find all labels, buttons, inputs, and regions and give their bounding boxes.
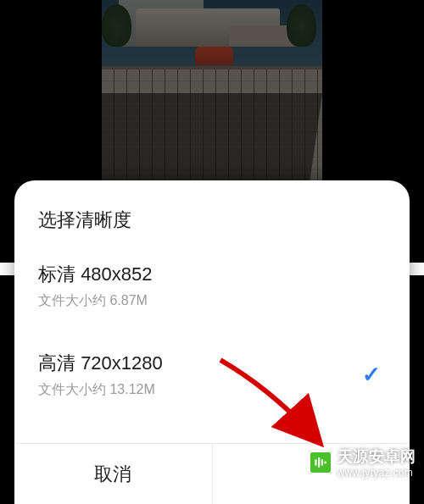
svg-rect-0 <box>315 459 316 466</box>
option-hd[interactable]: 高清 720x1280 文件大小约 13.12M ✓ <box>14 341 410 411</box>
svg-rect-3 <box>324 462 326 464</box>
svg-rect-2 <box>321 459 322 466</box>
option-sd[interactable]: 标清 480x852 文件大小约 6.87M <box>14 252 410 322</box>
watermark-logo-icon <box>309 451 332 474</box>
bg-decoration <box>0 263 15 275</box>
option-size: 文件大小约 13.12M <box>38 381 163 399</box>
bg-decoration <box>409 263 424 275</box>
check-icon: ✓ <box>362 362 381 388</box>
cancel-button[interactable]: 取消 <box>14 444 213 504</box>
option-label: 标清 480x852 <box>38 262 153 287</box>
options-list: 标清 480x852 文件大小约 6.87M 高清 720x1280 文件大小约… <box>14 252 410 443</box>
watermark: 天源安卓网 www.jytyaz.com <box>309 446 416 479</box>
watermark-url: www.jytyaz.com <box>338 467 416 479</box>
watermark-title: 天源安卓网 <box>338 446 416 467</box>
svg-rect-1 <box>318 457 320 468</box>
sheet-title: 选择清晰度 <box>14 180 410 252</box>
option-label: 高清 720x1280 <box>38 351 163 376</box>
option-size: 文件大小约 6.87M <box>38 292 153 310</box>
video-thumbnail <box>102 0 322 195</box>
